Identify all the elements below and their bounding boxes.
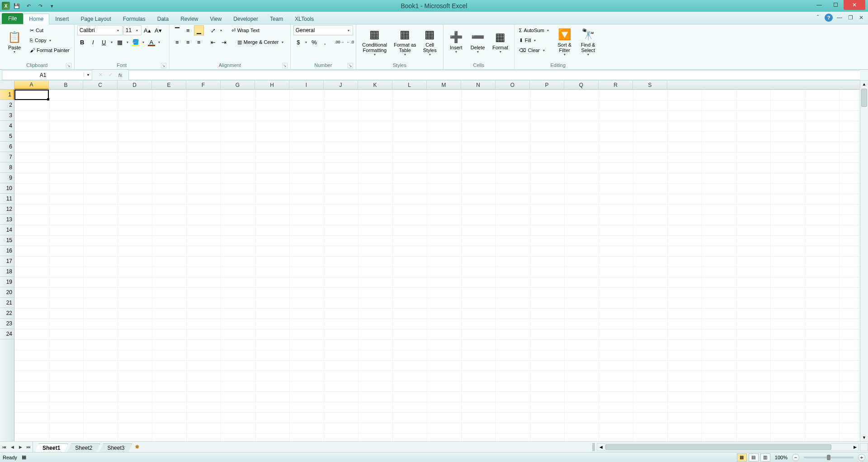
row-header-15[interactable]: 15 bbox=[0, 235, 14, 246]
column-header-E[interactable]: E bbox=[152, 81, 186, 89]
tab-data[interactable]: Data bbox=[151, 13, 175, 24]
align-top-button[interactable]: ▔ bbox=[172, 25, 182, 35]
accounting-format-button[interactable]: $ bbox=[293, 37, 303, 47]
formula-input[interactable] bbox=[128, 70, 860, 80]
insert-cells-button[interactable]: ➕Insert▾ bbox=[446, 25, 466, 59]
underline-button[interactable]: U bbox=[99, 37, 109, 47]
column-header-O[interactable]: O bbox=[495, 81, 530, 89]
row-header-16[interactable]: 16 bbox=[0, 246, 14, 256]
row-header-4[interactable]: 4 bbox=[0, 121, 14, 131]
sort-filter-button[interactable]: 🔽Sort & Filter▾ bbox=[554, 25, 576, 59]
column-header-L[interactable]: L bbox=[392, 81, 427, 89]
zoom-thumb[interactable] bbox=[827, 455, 830, 460]
bold-button[interactable]: B bbox=[77, 37, 87, 47]
tab-home[interactable]: Home bbox=[23, 14, 49, 24]
column-header-R[interactable]: R bbox=[599, 81, 633, 89]
row-header-9[interactable]: 9 bbox=[0, 173, 14, 183]
macro-record-icon[interactable]: ▦ bbox=[22, 454, 26, 460]
column-header-Q[interactable]: Q bbox=[564, 81, 599, 89]
column-header-P[interactable]: P bbox=[530, 81, 564, 89]
number-format-combo[interactable]: General▾ bbox=[293, 25, 353, 35]
decrease-indent-button[interactable]: ⇤ bbox=[208, 37, 218, 47]
sheet-tab-sheet1[interactable]: Sheet1 bbox=[35, 443, 68, 452]
row-header-14[interactable]: 14 bbox=[0, 225, 14, 235]
maximize-button[interactable]: ☐ bbox=[827, 0, 844, 10]
column-header-N[interactable]: N bbox=[461, 81, 495, 89]
name-box[interactable]: A1 ▾ bbox=[2, 70, 92, 80]
tab-review[interactable]: Review bbox=[175, 13, 204, 24]
redo-button[interactable]: ↷ bbox=[35, 1, 45, 10]
help-icon[interactable]: ? bbox=[825, 14, 833, 22]
increase-decimal-button[interactable]: .00→ bbox=[335, 37, 344, 47]
cancel-formula-icon[interactable]: ✕ bbox=[96, 71, 105, 80]
conditional-formatting-button[interactable]: ▦Conditional Formatting▾ bbox=[359, 25, 391, 59]
split-box[interactable] bbox=[860, 443, 868, 451]
column-header-J[interactable]: J bbox=[324, 81, 358, 89]
normal-view-button[interactable]: ▦ bbox=[737, 453, 747, 462]
orientation-button[interactable]: ⤢ bbox=[208, 25, 218, 35]
tab-split-handle[interactable] bbox=[592, 443, 595, 451]
cut-button[interactable]: ✂Cut bbox=[28, 25, 71, 35]
format-cells-button[interactable]: ▦Format▾ bbox=[490, 25, 511, 59]
column-header-I[interactable]: I bbox=[289, 81, 324, 89]
clear-button[interactable]: ⌫Clear▾ bbox=[517, 45, 552, 55]
row-header-11[interactable]: 11 bbox=[0, 194, 14, 204]
mdi-minimize-icon[interactable]: — bbox=[835, 14, 844, 22]
page-layout-view-button[interactable]: ▤ bbox=[749, 453, 759, 462]
next-sheet-button[interactable]: ▶ bbox=[16, 442, 24, 452]
minimize-button[interactable]: — bbox=[811, 0, 827, 10]
fx-icon[interactable]: fx bbox=[116, 71, 125, 80]
shrink-font-button[interactable]: A▾ bbox=[153, 25, 163, 35]
page-break-view-button[interactable]: ▥ bbox=[760, 453, 770, 462]
align-middle-button[interactable]: ≡ bbox=[183, 25, 193, 35]
format-as-table-button[interactable]: ▦Format as Table▾ bbox=[392, 25, 418, 59]
row-header-17[interactable]: 17 bbox=[0, 256, 14, 267]
sheet-tab-sheet2[interactable]: Sheet2 bbox=[67, 443, 100, 452]
tab-formulas[interactable]: Formulas bbox=[117, 13, 151, 24]
qat-customize[interactable]: ▾ bbox=[47, 1, 57, 10]
row-header-1[interactable]: 1 bbox=[0, 90, 14, 100]
column-header-D[interactable]: D bbox=[118, 81, 152, 89]
autosum-button[interactable]: ΣAutoSum▾ bbox=[517, 25, 552, 35]
find-select-button[interactable]: 🔭Find & Select▾ bbox=[577, 25, 599, 59]
tab-file[interactable]: File bbox=[2, 13, 23, 24]
row-header-12[interactable]: 12 bbox=[0, 204, 14, 214]
hscroll-thumb[interactable] bbox=[605, 444, 831, 450]
column-header-A[interactable]: A bbox=[14, 81, 49, 89]
merge-center-button[interactable]: ▥Merge & Center▾ bbox=[236, 37, 287, 47]
scroll-right-icon[interactable]: ▶ bbox=[851, 443, 859, 451]
column-header-H[interactable]: H bbox=[255, 81, 289, 89]
row-header-3[interactable]: 3 bbox=[0, 110, 14, 121]
scroll-thumb[interactable] bbox=[861, 89, 867, 107]
paste-button[interactable]: 📋 Paste ▾ bbox=[3, 25, 26, 59]
column-header-B[interactable]: B bbox=[49, 81, 83, 89]
zoom-slider[interactable] bbox=[804, 457, 854, 458]
clipboard-launcher[interactable]: ↘ bbox=[66, 63, 71, 68]
row-header-18[interactable]: 18 bbox=[0, 267, 14, 277]
column-header-M[interactable]: M bbox=[427, 81, 461, 89]
vertical-scrollbar[interactable]: ▲ ▼ bbox=[860, 81, 868, 441]
increase-indent-button[interactable]: ⇥ bbox=[219, 37, 229, 47]
row-header-19[interactable]: 19 bbox=[0, 277, 14, 287]
last-sheet-button[interactable]: ⏭ bbox=[24, 442, 33, 452]
row-header-22[interactable]: 22 bbox=[0, 308, 14, 319]
font-color-button[interactable]: A bbox=[146, 37, 156, 47]
percent-button[interactable]: % bbox=[309, 37, 319, 47]
undo-button[interactable]: ↶ bbox=[24, 1, 33, 10]
mdi-restore-icon[interactable]: ❐ bbox=[846, 14, 854, 22]
delete-cells-button[interactable]: ➖Delete▾ bbox=[468, 25, 488, 59]
save-button[interactable]: 💾 bbox=[12, 1, 22, 10]
tab-page-layout[interactable]: Page Layout bbox=[75, 13, 117, 24]
tab-team[interactable]: Team bbox=[264, 13, 289, 24]
cell-styles-button[interactable]: ▦Cell Styles▾ bbox=[420, 25, 440, 59]
scroll-down-icon[interactable]: ▼ bbox=[860, 434, 868, 441]
comma-button[interactable]: , bbox=[320, 37, 330, 47]
prev-sheet-button[interactable]: ◀ bbox=[8, 442, 16, 452]
horizontal-scrollbar[interactable]: ◀ ▶ bbox=[597, 443, 859, 451]
column-header-C[interactable]: C bbox=[83, 81, 118, 89]
italic-button[interactable]: I bbox=[88, 37, 98, 47]
column-header-G[interactable]: G bbox=[221, 81, 255, 89]
alignment-launcher[interactable]: ↘ bbox=[282, 63, 288, 68]
font-size-combo[interactable]: 11▾ bbox=[123, 25, 142, 35]
scroll-left-icon[interactable]: ◀ bbox=[597, 443, 604, 451]
